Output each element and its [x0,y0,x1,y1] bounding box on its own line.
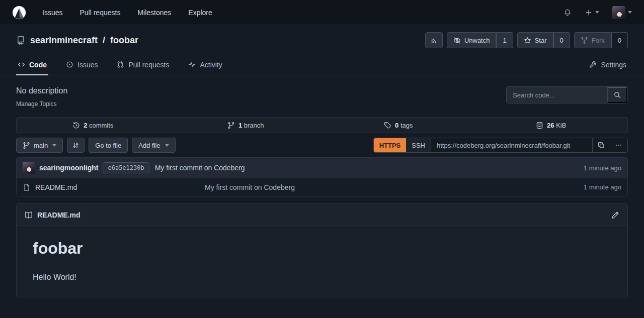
repo-name-link[interactable]: foobar [110,35,138,46]
tab-issues[interactable]: Issues [64,54,99,75]
clone-ssh-toggle[interactable]: SSH [406,138,431,152]
repo-owner-link[interactable]: searinminecraft [30,35,98,46]
branch-selector-button[interactable]: main [16,138,63,153]
repo-title-separator: / [103,35,105,46]
rss-feed-button[interactable] [425,32,443,48]
branch-toolbar: main Go to file Add file HTTPS SSH [16,138,628,153]
unwatch-button[interactable]: Unwatch [447,32,497,48]
watch-button-group: Unwatch 1 [447,32,513,48]
file-browser-table: searingmoonlight e6a5e1230b My first com… [16,157,628,196]
clone-url-group: HTTPS SSH [373,138,628,153]
git-branch-icon [227,122,235,129]
edit-readme-button[interactable] [611,211,619,219]
fork-button-group: Fork 0 [574,32,628,48]
commit-age: 1 minute ago [584,164,621,172]
stars-count[interactable]: 0 [553,32,570,48]
eye-slash-icon [453,37,461,44]
navbar-link-milestones[interactable]: Milestones [137,9,171,17]
user-menu[interactable] [612,6,632,19]
commit-author-avatar[interactable] [23,162,35,174]
notifications-bell-icon[interactable] [564,9,572,17]
ellipsis-icon [615,142,622,149]
file-icon [23,183,31,191]
navbar-link-explore[interactable]: Explore [188,9,212,17]
stat-tags[interactable]: 0 tags [322,118,475,133]
copy-icon [598,142,605,149]
repo-description: No description [16,86,506,95]
repo-stats-bar: 2 commits 1 branch 0 tags 26 KiB [16,117,628,133]
create-new-button[interactable] [585,9,599,17]
compare-arrows-icon [72,142,79,149]
plus-icon [585,9,593,17]
repo-actions: Unwatch 1 Star 0 Fork 0 [425,32,628,48]
go-to-file-button[interactable]: Go to file [89,138,128,153]
repo-title: searinminecraft / foobar [16,35,138,46]
table-row: README.md My first commit on Codeberg 1 … [17,178,627,196]
clone-url-input[interactable] [431,138,592,152]
navbar-link-pull-requests[interactable]: Pull requests [79,9,120,17]
code-search-box [506,86,628,103]
navbar-link-issues[interactable]: Issues [42,9,62,17]
watchers-count[interactable]: 1 [496,32,513,48]
manage-topics-link[interactable]: Manage Topics [16,100,57,108]
star-button[interactable]: Star [517,32,553,48]
database-icon [536,122,543,129]
forks-count[interactable]: 0 [611,32,628,48]
stat-size[interactable]: 26 KiB [475,118,628,133]
tab-code[interactable]: Code [16,54,48,75]
readme-header: README.md [17,204,627,226]
caret-down-icon [595,11,599,14]
settings-wrench-icon [589,61,597,68]
readme-paragraph: Hello World! [33,273,611,282]
navbar-right [564,6,632,19]
pull-request-icon [117,61,124,68]
readme-panel: README.md foobar Hello World! [16,203,628,297]
commit-sha-link[interactable]: e6a5e1230b [103,162,149,173]
search-code-input[interactable] [507,87,607,103]
codeberg-logo-icon[interactable] [12,6,26,20]
branch-toolbar-left: main Go to file Add file [16,138,176,153]
pencil-icon [611,211,619,219]
star-button-group: Star 0 [517,32,570,48]
description-block: No description Manage Topics [16,86,506,108]
file-age: 1 minute ago [584,183,621,191]
tab-settings[interactable]: Settings [588,54,628,75]
more-options-button[interactable] [610,138,627,152]
tab-pull-requests[interactable]: Pull requests [115,54,171,75]
caret-down-icon [52,144,56,147]
repo-tabs-bar: Code Issues Pull requests Activity Setti… [0,54,644,75]
readme-content: foobar Hello World! [17,226,627,297]
file-commit-message-link[interactable]: My first commit on Codeberg [205,183,584,191]
tab-activity[interactable]: Activity [187,54,223,75]
git-branch-icon [23,142,30,149]
add-file-button[interactable]: Add file [132,138,175,153]
fork-icon [581,37,588,44]
book-open-icon [25,211,33,219]
fork-button[interactable]: Fork [574,32,611,48]
caret-down-icon [628,11,632,14]
search-icon [613,91,621,99]
caret-down-icon [165,144,169,147]
rss-icon [430,37,438,44]
stat-commits[interactable]: 2 commits [17,118,170,133]
star-icon [524,37,531,44]
description-row: No description Manage Topics [16,86,628,108]
issue-opened-icon [66,61,73,68]
readme-filename: README.md [37,211,80,219]
compare-branches-button[interactable] [67,138,85,153]
clone-https-toggle[interactable]: HTTPS [374,138,407,152]
copy-url-button[interactable] [592,138,610,152]
readme-heading: foobar [33,239,611,264]
history-icon [72,122,80,129]
repo-header: searinminecraft / foobar Unwatch 1 Star … [16,25,628,54]
commit-message-link[interactable]: My first commit on Codeberg [155,164,245,172]
activity-pulse-icon [188,61,196,68]
commit-author-link[interactable]: searingmoonlight [39,164,98,172]
tag-icon [384,122,391,129]
top-navbar: Issues Pull requests Milestones Explore [0,0,644,25]
stat-branches[interactable]: 1 branch [170,118,323,133]
file-link-readme[interactable]: README.md [23,183,205,191]
latest-commit-row: searingmoonlight e6a5e1230b My first com… [17,158,627,178]
search-button[interactable] [607,87,627,103]
user-avatar [612,6,625,19]
